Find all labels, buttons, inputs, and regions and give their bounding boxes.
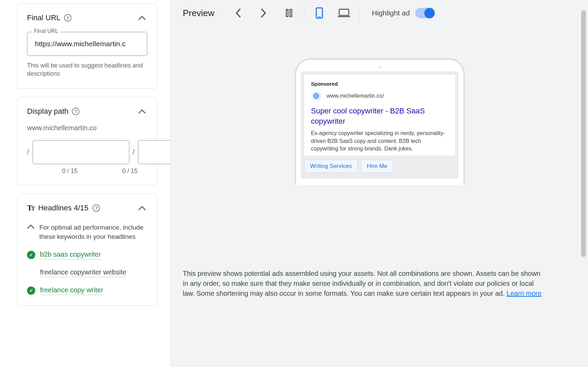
display-path-1-input[interactable] (33, 140, 129, 164)
check-icon: ✓ (27, 251, 35, 259)
final-url-card: Final URL ? Final URL This will be used … (17, 3, 157, 89)
ad-display-url: www.michellemartin.co/ (327, 93, 384, 99)
keyword-item[interactable]: ✓ b2b saas copywriter (27, 250, 147, 259)
desktop-device-button[interactable] (335, 4, 353, 22)
ad-card: Sponsored www.michellemartin.co/ Super c… (304, 75, 455, 156)
sitelink-button[interactable]: Writing Services (304, 160, 358, 173)
display-path-card: Display path ? www.michellemartin.co / /… (17, 97, 157, 185)
svg-rect-3 (338, 16, 350, 17)
headlines-card: TT Headlines 4/15 ? For optimal ad perfo… (17, 194, 157, 306)
keyword-text: freelance copy writer (40, 286, 103, 295)
check-icon: ✓ (27, 286, 35, 295)
final-url-input[interactable] (27, 32, 147, 56)
svg-rect-1 (318, 16, 321, 17)
keyword-text: freelance copywriter website (40, 268, 126, 277)
collapse-chevron-icon[interactable] (137, 203, 147, 213)
phone-camera-icon (301, 64, 459, 69)
headlines-title: Headlines 4/15 (38, 204, 89, 212)
final-url-label: Final URL (32, 28, 60, 34)
left-panel: Final URL ? Final URL This will be used … (0, 0, 171, 367)
footer-text: This preview shows potential ads assembl… (183, 270, 540, 297)
path2-count: 0 / 15 (87, 168, 148, 175)
collapse-chevron-icon[interactable] (137, 106, 147, 117)
keyword-list: ✓ b2b saas copywriter ✓ freelance copywr… (27, 250, 147, 295)
highlight-ad-label: Highlight ad (372, 9, 410, 17)
display-path-base: www.michellemartin.co (27, 124, 147, 132)
help-icon[interactable]: ? (92, 204, 100, 212)
toggle-knob (424, 8, 435, 18)
collapse-chevron-icon[interactable] (137, 13, 147, 23)
split-view-button[interactable] (280, 4, 298, 22)
ad-headline[interactable]: Super cool copywriter - B2B SaaS copywri… (311, 106, 448, 126)
mobile-device-button[interactable] (310, 4, 328, 22)
divider (359, 5, 359, 21)
display-path-title: Display path (27, 107, 68, 116)
next-button[interactable] (255, 4, 272, 22)
sponsored-label: Sponsored (311, 81, 448, 87)
preview-panel: Preview (171, 0, 588, 367)
keyword-text: b2b saas copywriter (40, 250, 101, 259)
path-slash: / (27, 148, 29, 156)
keywords-hint: For optimal ad performance, include thes… (39, 223, 147, 242)
help-icon[interactable]: ? (64, 14, 72, 22)
keyword-item[interactable]: ✓ freelance copywriter website (27, 268, 147, 277)
help-icon[interactable]: ? (72, 108, 79, 115)
path-slash: / (133, 148, 135, 156)
scrollbar[interactable] (581, 10, 586, 257)
chevron-up-icon[interactable] (27, 224, 35, 242)
preview-toolbar: Preview (171, 0, 588, 26)
highlight-ad-toggle[interactable] (415, 8, 434, 18)
sitelink-button[interactable]: Hire Me (361, 160, 393, 173)
preview-title: Preview (183, 8, 214, 19)
columns-icon (286, 9, 292, 17)
path1-count: 0 / 15 (27, 168, 87, 175)
prev-button[interactable] (229, 4, 247, 22)
text-format-icon: TT (27, 204, 34, 212)
learn-more-link[interactable]: Learn more (507, 290, 541, 297)
final-url-title: Final URL (27, 13, 61, 22)
globe-icon (311, 91, 321, 101)
preview-footer-note: This preview shows potential ads assembl… (183, 269, 547, 298)
keyword-item[interactable]: ✓ freelance copy writer (27, 286, 147, 295)
final-url-helper: This will be used to suggest headlines a… (27, 61, 147, 78)
svg-rect-2 (339, 9, 349, 15)
serp-container: Sponsored www.michellemartin.co/ Super c… (301, 71, 459, 179)
ad-description: Ex-agency copywriter specializing in ner… (311, 130, 448, 152)
display-path-2-input[interactable] (138, 140, 171, 164)
phone-preview: Sponsored www.michellemartin.co/ Super c… (295, 58, 465, 185)
divider (304, 5, 304, 21)
